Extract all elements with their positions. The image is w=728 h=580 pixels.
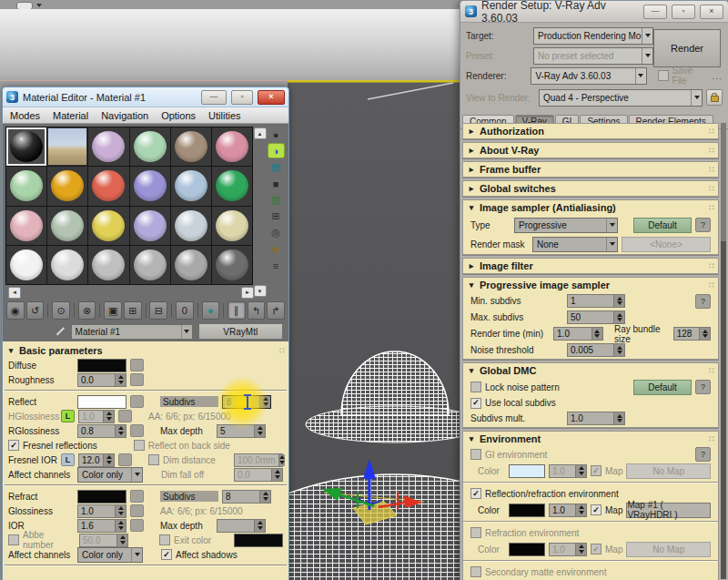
gi-environment-checkbox[interactable] [470,449,481,460]
material-swatch[interactable] [212,167,252,205]
material-swatch[interactable] [47,167,87,205]
gi-multiplier-field[interactable]: 1.0 [549,464,587,478]
glossiness-map-button[interactable] [130,504,144,517]
roughness-field[interactable]: 0.0 [77,373,126,387]
default-button[interactable]: Default [633,380,692,395]
sampler-type-dropdown[interactable]: Progressive [514,218,618,233]
reflect-map-button[interactable] [130,395,144,408]
sample-uv-tiling-icon[interactable]: ■ [268,177,284,190]
preset-dropdown[interactable]: No preset selected [533,47,653,65]
material-swatch-black-glossy[interactable] [6,127,46,166]
material-swatch[interactable] [88,127,128,166]
affect-channels-dropdown[interactable]: Color only [77,467,143,483]
diffuse-color-swatch[interactable] [77,359,126,372]
target-dropdown[interactable]: Production Rendering Mode [533,27,653,45]
spinner[interactable] [259,396,270,408]
spinner[interactable] [115,374,126,386]
ior-map-button[interactable] [130,519,144,532]
refraction-multiplier-field[interactable]: 1.0 [549,543,587,556]
show-end-result-icon[interactable]: ∥ [228,301,246,320]
options-icon[interactable]: ◎ [268,226,284,239]
fresnel-ior-field[interactable]: 12.0 [78,453,115,467]
secondary-matte-checkbox[interactable] [470,566,481,577]
refract-max-depth-field[interactable] [217,519,266,533]
menu-utilities[interactable]: Utilities [208,110,240,121]
help-button[interactable]: ? [695,218,711,232]
minimize-button[interactable]: — [201,90,227,105]
rollout-image-sampler[interactable]: ▾Image sampler (Antialiasing)∷ Type Prog… [462,199,719,255]
material-editor-window[interactable]: 3 Material Editor - Material #1 — ▫ × Mo… [2,86,289,580]
min-subdivs-field[interactable]: 1 [567,294,625,308]
render-button[interactable]: Render [653,29,721,67]
ray-bundle-field[interactable]: 128 [673,327,711,341]
refraction-map-checkbox[interactable]: ✓ [591,544,602,555]
put-to-library-icon[interactable]: ⊟ [149,301,167,320]
close-button[interactable]: × [700,5,723,19]
material-id-channel-icon[interactable]: 0 [176,301,194,320]
scroll-up-icon[interactable]: ▲ [254,127,267,139]
fresnel-ior-lock-button[interactable]: L [61,453,75,466]
material-swatch[interactable] [130,246,170,284]
basic-parameters-rollout-header[interactable]: ▾ Basic parameters ∷ [6,343,285,358]
reset-map-to-default-icon[interactable]: ⊗ [78,301,96,320]
close-button[interactable]: × [258,90,285,105]
rollout-environment[interactable]: ▾Environment∷ GI environment ? Color 1.0… [462,431,719,580]
material-swatch-sky-background[interactable] [47,127,87,166]
exit-color-checkbox[interactable] [159,534,170,545]
menu-navigation[interactable]: Navigation [101,110,148,121]
refraction-color-swatch[interactable] [509,543,545,556]
material-name-dropdown[interactable]: Material #1 [71,324,193,340]
reflection-color-swatch[interactable] [509,504,545,517]
reflect-color-swatch[interactable] [77,395,126,409]
lock-noise-pattern-checkbox[interactable] [470,382,481,392]
exit-color-swatch[interactable] [234,534,283,547]
rollout-authorization[interactable]: ▸Authorization∷ [462,123,719,139]
rollout-global-switches[interactable]: ▸Global switches∷ [462,180,719,197]
material-editor-titlebar[interactable]: 3 Material Editor - Material #1 — ▫ × [3,87,288,107]
fresnel-ior-map-button[interactable] [118,453,132,466]
material-swatch[interactable] [88,167,128,205]
swatch-horizontal-scrollbar[interactable]: ◄ ► [8,287,254,298]
menu-options[interactable]: Options [161,110,196,121]
pick-material-eyedropper-icon[interactable] [56,328,65,336]
scroll-right-icon[interactable]: ► [241,287,254,299]
scroll-down-icon[interactable]: ▼ [254,285,267,297]
default-button[interactable]: Default [633,218,692,233]
material-type-button[interactable]: VRayMtl [198,323,283,340]
gi-map-checkbox[interactable]: ✓ [591,465,602,476]
renderer-dropdown[interactable]: V-Ray Adv 3.60.03 [531,67,646,85]
lock-view-button[interactable] [706,89,723,106]
material-swatch[interactable] [88,246,128,284]
show-shaded-material-in-viewport-icon[interactable]: ● [202,301,220,320]
material-swatch[interactable] [130,207,170,245]
material-swatch[interactable] [212,207,252,245]
maximize-button[interactable]: ▫ [231,90,253,105]
material-swatch[interactable] [88,207,128,245]
rollout-about-vray[interactable]: ▸About V-Ray∷ [462,142,719,158]
noise-threshold-field[interactable]: 0.005 [567,343,625,357]
rollout-frame-buffer[interactable]: ▸Frame buffer∷ [462,161,719,178]
affect-shadows-checkbox[interactable]: ✓ [161,549,172,560]
scrollbar-thumb[interactable] [721,123,726,241]
make-preview-icon[interactable]: ⊞ [268,209,284,223]
rollouts-scrollbar[interactable] [721,123,726,579]
render-setup-window[interactable]: 3 Render Setup: V-Ray Adv 3.60.03 — ▫ × … [460,0,728,580]
save-file-checkbox[interactable] [658,70,669,81]
swatch-vertical-scrollbar[interactable]: ▲ ▼ [254,127,266,298]
material-swatch[interactable] [171,167,211,205]
material-swatch[interactable] [171,207,211,245]
rollout-global-dmc[interactable]: ▾Global DMC∷ Lock noise pattern Default … [462,362,719,428]
make-unique-icon[interactable]: ⊞ [124,301,142,320]
render-time-field[interactable]: 1.0 [553,327,603,341]
material-swatch[interactable] [130,127,170,166]
put-material-to-scene-icon[interactable]: ↺ [26,301,45,320]
material-swatch[interactable] [171,246,211,284]
refract-color-swatch[interactable] [77,490,126,504]
view-to-render-dropdown[interactable]: Quad 4 - Perspective [539,89,703,107]
background-checker-icon[interactable]: ▦ [268,160,284,174]
save-file-browse-button[interactable]: ... [713,71,723,81]
reflect-subdivs-field[interactable]: 8 [222,395,271,409]
material-swatch[interactable] [212,127,252,166]
scroll-left-icon[interactable]: ◄ [8,287,21,299]
render-setup-titlebar[interactable]: 3 Render Setup: V-Ray Adv 3.60.03 — ▫ × [460,1,728,23]
